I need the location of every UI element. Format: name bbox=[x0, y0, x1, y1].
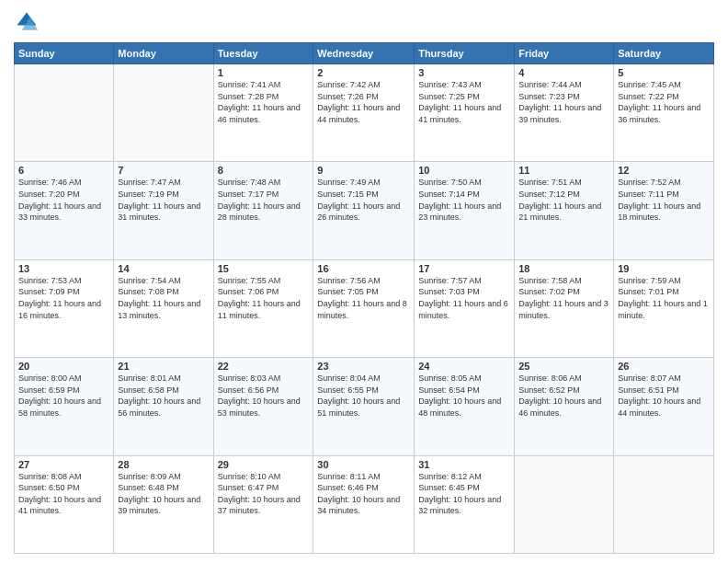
day-number: 3 bbox=[418, 67, 510, 78]
day-number: 2 bbox=[317, 67, 410, 78]
day-info: Sunrise: 7:42 AM Sunset: 7:26 PM Dayligh… bbox=[317, 79, 410, 125]
calendar-cell: 24Sunrise: 8:05 AM Sunset: 6:54 PM Dayli… bbox=[415, 358, 515, 455]
day-info: Sunrise: 7:51 AM Sunset: 7:12 PM Dayligh… bbox=[518, 177, 609, 223]
day-number: 21 bbox=[118, 361, 209, 372]
day-number: 12 bbox=[618, 165, 710, 176]
day-info: Sunrise: 7:45 AM Sunset: 7:22 PM Dayligh… bbox=[618, 79, 710, 125]
calendar-cell: 22Sunrise: 8:03 AM Sunset: 6:56 PM Dayli… bbox=[213, 358, 313, 455]
day-info: Sunrise: 7:58 AM Sunset: 7:02 PM Dayligh… bbox=[518, 275, 609, 321]
calendar-cell: 28Sunrise: 8:09 AM Sunset: 6:48 PM Dayli… bbox=[114, 455, 213, 553]
day-number: 30 bbox=[317, 459, 410, 470]
calendar-cell: 23Sunrise: 8:04 AM Sunset: 6:55 PM Dayli… bbox=[313, 358, 415, 455]
weekday-header-row: SundayMondayTuesdayWednesdayThursdayFrid… bbox=[15, 43, 714, 64]
day-info: Sunrise: 7:59 AM Sunset: 7:01 PM Dayligh… bbox=[618, 275, 710, 321]
day-number: 24 bbox=[418, 361, 510, 372]
calendar-week-5: 27Sunrise: 8:08 AM Sunset: 6:50 PM Dayli… bbox=[15, 455, 714, 553]
day-number: 25 bbox=[518, 361, 609, 372]
day-info: Sunrise: 8:05 AM Sunset: 6:54 PM Dayligh… bbox=[418, 373, 510, 419]
day-number: 15 bbox=[218, 263, 310, 274]
calendar-table: SundayMondayTuesdayWednesdayThursdayFrid… bbox=[14, 42, 714, 554]
day-info: Sunrise: 8:09 AM Sunset: 6:48 PM Dayligh… bbox=[118, 471, 209, 517]
calendar-cell bbox=[614, 455, 714, 553]
day-info: Sunrise: 7:44 AM Sunset: 7:23 PM Dayligh… bbox=[518, 79, 609, 125]
logo-icon bbox=[14, 9, 40, 35]
header bbox=[14, 9, 714, 35]
calendar-cell: 11Sunrise: 7:51 AM Sunset: 7:12 PM Dayli… bbox=[515, 162, 614, 259]
weekday-header-sunday: Sunday bbox=[15, 43, 114, 64]
day-info: Sunrise: 8:07 AM Sunset: 6:51 PM Dayligh… bbox=[618, 373, 710, 419]
day-number: 14 bbox=[118, 263, 209, 274]
day-number: 19 bbox=[618, 263, 710, 274]
day-info: Sunrise: 7:46 AM Sunset: 7:20 PM Dayligh… bbox=[18, 177, 109, 223]
calendar-cell: 3Sunrise: 7:43 AM Sunset: 7:25 PM Daylig… bbox=[415, 64, 515, 162]
calendar-cell: 6Sunrise: 7:46 AM Sunset: 7:20 PM Daylig… bbox=[15, 162, 114, 259]
day-info: Sunrise: 8:06 AM Sunset: 6:52 PM Dayligh… bbox=[518, 373, 609, 419]
day-info: Sunrise: 8:01 AM Sunset: 6:58 PM Dayligh… bbox=[118, 373, 209, 419]
calendar-cell: 30Sunrise: 8:11 AM Sunset: 6:46 PM Dayli… bbox=[313, 455, 415, 553]
day-info: Sunrise: 7:43 AM Sunset: 7:25 PM Dayligh… bbox=[418, 79, 510, 125]
day-number: 8 bbox=[218, 165, 310, 176]
calendar-cell: 17Sunrise: 7:57 AM Sunset: 7:03 PM Dayli… bbox=[415, 259, 515, 357]
calendar-cell bbox=[15, 64, 114, 162]
day-info: Sunrise: 8:00 AM Sunset: 6:59 PM Dayligh… bbox=[18, 373, 109, 419]
calendar-cell bbox=[114, 64, 213, 162]
calendar-cell: 25Sunrise: 8:06 AM Sunset: 6:52 PM Dayli… bbox=[515, 358, 614, 455]
day-number: 13 bbox=[18, 263, 109, 274]
day-info: Sunrise: 7:49 AM Sunset: 7:15 PM Dayligh… bbox=[317, 177, 410, 223]
day-info: Sunrise: 8:04 AM Sunset: 6:55 PM Dayligh… bbox=[317, 373, 410, 419]
day-number: 26 bbox=[618, 361, 710, 372]
day-info: Sunrise: 7:52 AM Sunset: 7:11 PM Dayligh… bbox=[618, 177, 710, 223]
logo bbox=[14, 9, 43, 35]
day-number: 7 bbox=[118, 165, 209, 176]
calendar-cell: 12Sunrise: 7:52 AM Sunset: 7:11 PM Dayli… bbox=[614, 162, 714, 259]
day-number: 31 bbox=[418, 459, 510, 470]
day-info: Sunrise: 8:03 AM Sunset: 6:56 PM Dayligh… bbox=[218, 373, 310, 419]
day-number: 20 bbox=[18, 361, 109, 372]
day-info: Sunrise: 8:11 AM Sunset: 6:46 PM Dayligh… bbox=[317, 471, 410, 517]
day-number: 6 bbox=[18, 165, 109, 176]
day-number: 11 bbox=[518, 165, 609, 176]
weekday-header-monday: Monday bbox=[114, 43, 213, 64]
day-number: 27 bbox=[18, 459, 109, 470]
calendar-cell: 7Sunrise: 7:47 AM Sunset: 7:19 PM Daylig… bbox=[114, 162, 213, 259]
day-number: 10 bbox=[418, 165, 510, 176]
day-number: 5 bbox=[618, 67, 710, 78]
calendar-week-4: 20Sunrise: 8:00 AM Sunset: 6:59 PM Dayli… bbox=[15, 358, 714, 455]
calendar-cell: 29Sunrise: 8:10 AM Sunset: 6:47 PM Dayli… bbox=[213, 455, 313, 553]
day-number: 4 bbox=[518, 67, 609, 78]
calendar-cell: 18Sunrise: 7:58 AM Sunset: 7:02 PM Dayli… bbox=[515, 259, 614, 357]
day-info: Sunrise: 7:56 AM Sunset: 7:05 PM Dayligh… bbox=[317, 275, 410, 321]
day-info: Sunrise: 7:57 AM Sunset: 7:03 PM Dayligh… bbox=[418, 275, 510, 321]
day-number: 17 bbox=[418, 263, 510, 274]
day-info: Sunrise: 7:47 AM Sunset: 7:19 PM Dayligh… bbox=[118, 177, 209, 223]
day-info: Sunrise: 8:10 AM Sunset: 6:47 PM Dayligh… bbox=[218, 471, 310, 517]
calendar-page: SundayMondayTuesdayWednesdayThursdayFrid… bbox=[0, 0, 728, 563]
day-info: Sunrise: 7:41 AM Sunset: 7:28 PM Dayligh… bbox=[218, 79, 310, 125]
day-info: Sunrise: 7:54 AM Sunset: 7:08 PM Dayligh… bbox=[118, 275, 209, 321]
calendar-cell: 2Sunrise: 7:42 AM Sunset: 7:26 PM Daylig… bbox=[313, 64, 415, 162]
calendar-week-2: 6Sunrise: 7:46 AM Sunset: 7:20 PM Daylig… bbox=[15, 162, 714, 259]
calendar-cell: 27Sunrise: 8:08 AM Sunset: 6:50 PM Dayli… bbox=[15, 455, 114, 553]
calendar-cell: 13Sunrise: 7:53 AM Sunset: 7:09 PM Dayli… bbox=[15, 259, 114, 357]
calendar-cell bbox=[515, 455, 614, 553]
calendar-cell: 21Sunrise: 8:01 AM Sunset: 6:58 PM Dayli… bbox=[114, 358, 213, 455]
day-number: 1 bbox=[218, 67, 310, 78]
calendar-week-3: 13Sunrise: 7:53 AM Sunset: 7:09 PM Dayli… bbox=[15, 259, 714, 357]
day-number: 28 bbox=[118, 459, 209, 470]
day-info: Sunrise: 7:55 AM Sunset: 7:06 PM Dayligh… bbox=[218, 275, 310, 321]
calendar-cell: 10Sunrise: 7:50 AM Sunset: 7:14 PM Dayli… bbox=[415, 162, 515, 259]
calendar-cell: 19Sunrise: 7:59 AM Sunset: 7:01 PM Dayli… bbox=[614, 259, 714, 357]
calendar-week-1: 1Sunrise: 7:41 AM Sunset: 7:28 PM Daylig… bbox=[15, 64, 714, 162]
calendar-cell: 26Sunrise: 8:07 AM Sunset: 6:51 PM Dayli… bbox=[614, 358, 714, 455]
day-number: 29 bbox=[218, 459, 310, 470]
day-info: Sunrise: 8:12 AM Sunset: 6:45 PM Dayligh… bbox=[418, 471, 510, 517]
day-number: 22 bbox=[218, 361, 310, 372]
calendar-cell: 8Sunrise: 7:48 AM Sunset: 7:17 PM Daylig… bbox=[213, 162, 313, 259]
weekday-header-tuesday: Tuesday bbox=[213, 43, 313, 64]
day-number: 9 bbox=[317, 165, 410, 176]
day-info: Sunrise: 7:50 AM Sunset: 7:14 PM Dayligh… bbox=[418, 177, 510, 223]
calendar-cell: 20Sunrise: 8:00 AM Sunset: 6:59 PM Dayli… bbox=[15, 358, 114, 455]
day-info: Sunrise: 7:53 AM Sunset: 7:09 PM Dayligh… bbox=[18, 275, 109, 321]
calendar-cell: 15Sunrise: 7:55 AM Sunset: 7:06 PM Dayli… bbox=[213, 259, 313, 357]
weekday-header-thursday: Thursday bbox=[415, 43, 515, 64]
